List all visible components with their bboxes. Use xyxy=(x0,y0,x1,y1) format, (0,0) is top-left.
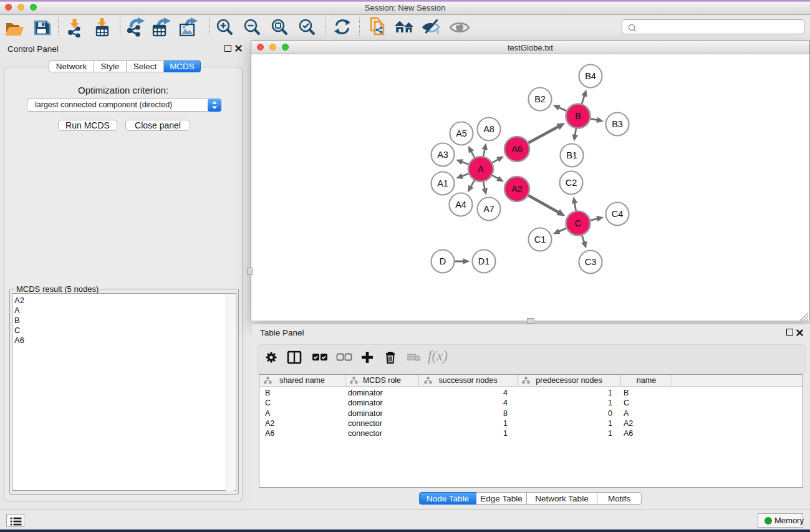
svg-text:A2: A2 xyxy=(511,184,523,194)
svg-text:B3: B3 xyxy=(612,119,623,129)
svg-text:C3: C3 xyxy=(585,257,597,267)
svg-text:A5: A5 xyxy=(456,128,467,138)
svg-text:C4: C4 xyxy=(612,209,624,219)
svg-text:C1: C1 xyxy=(534,235,546,244)
svg-text:C: C xyxy=(575,218,581,228)
svg-text:A1: A1 xyxy=(437,178,448,188)
svg-text:B4: B4 xyxy=(585,71,596,81)
svg-text:D: D xyxy=(440,256,446,266)
svg-text:C2: C2 xyxy=(566,178,577,188)
svg-text:B: B xyxy=(575,111,581,121)
svg-text:A7: A7 xyxy=(483,204,494,214)
svg-text:D1: D1 xyxy=(478,256,490,266)
svg-text:A3: A3 xyxy=(437,150,448,160)
svg-text:A4: A4 xyxy=(455,200,466,210)
svg-text:B2: B2 xyxy=(534,94,546,104)
svg-text:A8: A8 xyxy=(483,124,494,134)
svg-text:A6: A6 xyxy=(511,144,523,154)
svg-text:B1: B1 xyxy=(566,150,577,160)
svg-text:A: A xyxy=(478,164,484,174)
